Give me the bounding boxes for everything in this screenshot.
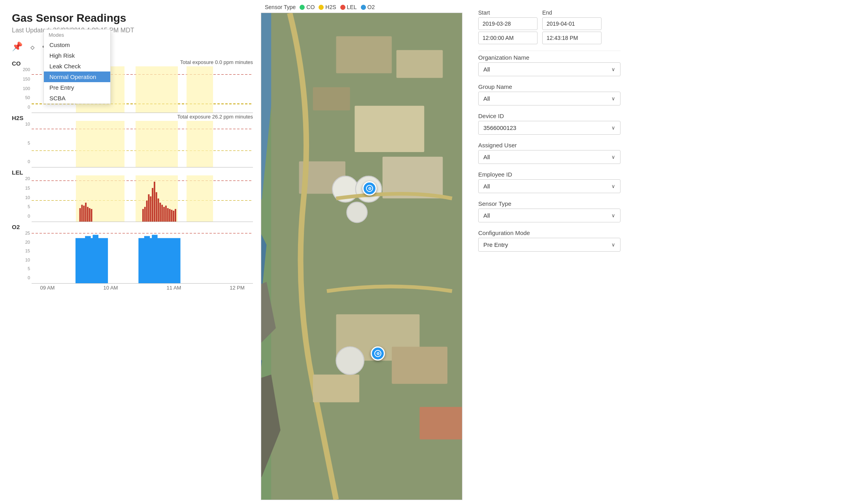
lel-chart-area bbox=[32, 175, 253, 222]
divider bbox=[478, 51, 620, 51]
sensor-type-filter-label: Sensor Type bbox=[478, 200, 620, 207]
svg-rect-4 bbox=[87, 207, 89, 222]
svg-rect-19 bbox=[165, 206, 167, 222]
legend-h2s: H2S bbox=[319, 4, 336, 10]
h2s-exposure: Total exposure 26.2 ppm minutes bbox=[177, 114, 253, 120]
assigned-user-value: All bbox=[483, 154, 490, 160]
o2-y-axis: 0 5 10 15 20 25 bbox=[12, 231, 32, 282]
x-tick-10am: 10 AM bbox=[95, 285, 126, 291]
o2-bars bbox=[32, 230, 253, 283]
map-pin-2: ⚙ bbox=[371, 346, 385, 361]
svg-rect-25 bbox=[75, 238, 108, 283]
device-id-arrow: ∨ bbox=[611, 125, 615, 131]
svg-rect-20 bbox=[167, 208, 169, 222]
config-mode-label: Configuration Mode bbox=[478, 229, 620, 236]
svg-point-44 bbox=[347, 202, 367, 223]
svg-rect-26 bbox=[85, 236, 91, 240]
svg-rect-37 bbox=[396, 50, 443, 78]
start-date-input[interactable] bbox=[478, 17, 537, 30]
h2s-label-col: H2S 0 5 10 bbox=[12, 114, 32, 168]
svg-rect-13 bbox=[154, 182, 155, 222]
svg-rect-3 bbox=[85, 203, 87, 222]
mode-pre-entry[interactable]: Pre Entry bbox=[44, 82, 110, 93]
filter-section: Start End Organization Name All ∨ Group … bbox=[478, 9, 620, 252]
pin-icon[interactable]: 📌 bbox=[12, 41, 23, 52]
svg-rect-9 bbox=[146, 201, 148, 222]
employee-id-value: All bbox=[483, 183, 490, 190]
co-dot bbox=[300, 5, 305, 10]
svg-rect-27 bbox=[92, 235, 98, 239]
x-tick-9am: 09 AM bbox=[32, 285, 63, 291]
o2-chart-block: O2 0 5 10 15 20 25 bbox=[12, 223, 253, 284]
svg-rect-30 bbox=[152, 235, 157, 239]
svg-rect-0 bbox=[79, 208, 81, 222]
co-legend-label: CO bbox=[306, 4, 315, 10]
filter-icon[interactable]: ⬦ bbox=[30, 41, 35, 52]
org-name-value: All bbox=[483, 66, 490, 73]
svg-rect-1 bbox=[81, 205, 83, 222]
right-panel: Start End Organization Name All ∨ Group … bbox=[466, 0, 632, 504]
map-container: ⚙ ⚙ bbox=[261, 13, 462, 500]
config-mode-arrow: ∨ bbox=[611, 242, 615, 248]
group-name-dropdown[interactable]: All ∨ bbox=[478, 92, 620, 105]
svg-rect-14 bbox=[156, 192, 157, 222]
org-name-dropdown[interactable]: All ∨ bbox=[478, 62, 620, 76]
group-name-arrow: ∨ bbox=[611, 96, 615, 102]
lel-y-axis: 0 5 10 15 20 bbox=[12, 177, 32, 220]
device-id-dropdown[interactable]: 3566000123 ∨ bbox=[478, 121, 620, 135]
group-name-label: Group Name bbox=[478, 83, 620, 90]
co-y-axis: 0 50 100 150 200 bbox=[12, 68, 32, 111]
date-range-row: Start End bbox=[478, 9, 620, 44]
mode-scba[interactable]: SCBA bbox=[44, 93, 110, 103]
svg-rect-46 bbox=[392, 347, 447, 384]
legend-o2: O2 bbox=[361, 4, 375, 10]
svg-rect-7 bbox=[142, 209, 144, 222]
o2-chart-area bbox=[32, 230, 253, 284]
sensor-type-filter: Sensor Type All ∨ bbox=[478, 200, 620, 222]
svg-rect-28 bbox=[138, 238, 180, 283]
mode-leak-check[interactable]: Leak Check bbox=[44, 61, 110, 71]
modes-dropdown: Modes Custom High Risk Leak Check Normal… bbox=[43, 29, 111, 104]
mode-custom[interactable]: Custom bbox=[44, 39, 110, 50]
co-exposure: Total exposure 0.0 ppm minutes bbox=[180, 59, 253, 65]
device-id-filter: Device ID 3566000123 ∨ bbox=[478, 113, 620, 135]
employee-id-dropdown[interactable]: All ∨ bbox=[478, 179, 620, 193]
employee-id-filter: Employee ID All ∨ bbox=[478, 171, 620, 193]
org-name-filter: Organization Name All ∨ bbox=[478, 54, 620, 76]
modes-label: Modes bbox=[44, 30, 110, 39]
svg-rect-11 bbox=[150, 196, 151, 222]
end-time-input[interactable] bbox=[542, 32, 602, 44]
assigned-user-dropdown[interactable]: All ∨ bbox=[478, 150, 620, 164]
config-mode-dropdown[interactable]: Pre Entry ∨ bbox=[478, 238, 620, 252]
sensor-type-label: Sensor Type bbox=[265, 4, 296, 10]
h2s-dot bbox=[319, 5, 324, 10]
sensor-legend: Sensor Type CO H2S LEL O2 bbox=[261, 4, 462, 10]
svg-rect-23 bbox=[173, 211, 174, 222]
end-label: End bbox=[542, 9, 602, 16]
o2-dot bbox=[361, 5, 366, 10]
svg-point-49 bbox=[336, 347, 364, 374]
sensor-type-arrow: ∨ bbox=[611, 213, 615, 218]
config-mode-value: Pre Entry bbox=[483, 241, 508, 248]
org-name-label: Organization Name bbox=[478, 54, 620, 61]
start-label: Start bbox=[478, 9, 537, 16]
svg-rect-36 bbox=[336, 36, 392, 73]
start-time-input[interactable] bbox=[478, 32, 537, 44]
svg-text:⚙: ⚙ bbox=[376, 352, 379, 356]
assigned-user-filter: Assigned User All ∨ bbox=[478, 142, 620, 164]
svg-rect-21 bbox=[169, 209, 171, 222]
svg-rect-12 bbox=[152, 188, 153, 222]
end-date-input[interactable] bbox=[542, 17, 602, 30]
svg-rect-10 bbox=[148, 194, 149, 222]
mode-high-risk[interactable]: High Risk bbox=[44, 50, 110, 61]
lel-chart-block: LEL 0 5 10 15 20 bbox=[12, 168, 253, 223]
group-name-value: All bbox=[483, 95, 490, 102]
sensor-type-dropdown[interactable]: All ∨ bbox=[478, 209, 620, 222]
legend-lel: LEL bbox=[340, 4, 357, 10]
h2s-chart-area: Total exposure 26.2 ppm minutes bbox=[32, 121, 253, 167]
lel-gas-name: LEL bbox=[12, 168, 32, 176]
svg-rect-39 bbox=[355, 106, 424, 152]
h2s-legend-label: H2S bbox=[325, 4, 336, 10]
mode-normal-operation[interactable]: Normal Operation bbox=[44, 71, 110, 82]
page-title: Gas Sensor Readings bbox=[12, 12, 253, 24]
